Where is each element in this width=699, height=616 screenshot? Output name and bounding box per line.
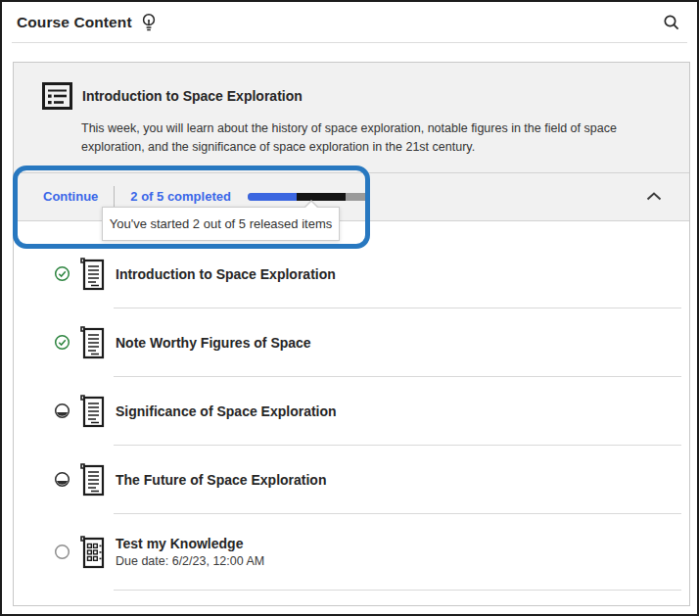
content-item[interactable]: Note Worthy Figures of Space	[14, 308, 689, 377]
module-header: Introduction to Space Exploration This w…	[14, 63, 689, 172]
content-item-title[interactable]: Significance of Space Exploration	[116, 403, 337, 419]
vertical-divider	[114, 186, 115, 208]
search-icon[interactable]	[661, 12, 682, 33]
content-item-title[interactable]: Note Worthy Figures of Space	[116, 335, 311, 351]
module-title[interactable]: Introduction to Space Exploration	[82, 88, 303, 104]
learning-module-card: Introduction to Space Exploration This w…	[13, 62, 690, 606]
half-circle-icon	[54, 471, 71, 488]
progress-segment-remaining	[346, 193, 370, 201]
continue-button[interactable]: Continue	[43, 189, 98, 204]
quiz-grid-icon	[77, 535, 107, 570]
content-item[interactable]: The Future of Space Exploration	[14, 446, 689, 514]
content-item-title[interactable]: Test my Knowledge	[116, 536, 264, 551]
page-title: Course Content	[17, 14, 132, 31]
topbar: Course Content	[2, 2, 697, 43]
course-content-page: Course Content	[0, 0, 699, 616]
tooltip-text: You've started 2 out of 5 released items	[110, 216, 332, 231]
document-icon	[77, 325, 107, 360]
module-description: This week, you will learn about the hist…	[81, 119, 635, 157]
check-circle-icon	[54, 334, 71, 351]
lightbulb-icon[interactable]	[141, 13, 157, 33]
half-circle-icon	[54, 403, 71, 419]
progress-tooltip: You've started 2 out of 5 released items	[102, 207, 340, 241]
content-item[interactable]: Introduction to Space Exploration	[14, 240, 689, 308]
content-list-icon	[42, 82, 72, 110]
content-item-title[interactable]: The Future of Space Exploration	[116, 472, 326, 488]
empty-circle-icon	[54, 544, 71, 560]
content-item[interactable]: Significance of Space Exploration	[14, 377, 689, 446]
due-date-label: Due date: 6/2/23, 12:00 AM	[116, 554, 264, 568]
document-icon	[77, 394, 107, 429]
completed-count-label: 2 of 5 completed	[130, 189, 231, 204]
progress-segment-completed	[248, 193, 297, 201]
content-item[interactable]: Test my Knowledge Due date: 6/2/23, 12:0…	[14, 514, 689, 591]
chevron-up-icon[interactable]	[642, 188, 666, 205]
content-item-title[interactable]: Introduction to Space Exploration	[116, 266, 336, 282]
document-icon	[77, 257, 107, 292]
check-circle-icon	[54, 265, 71, 282]
document-icon	[77, 462, 107, 498]
module-content-list: Introduction to Space Exploration	[14, 221, 689, 591]
